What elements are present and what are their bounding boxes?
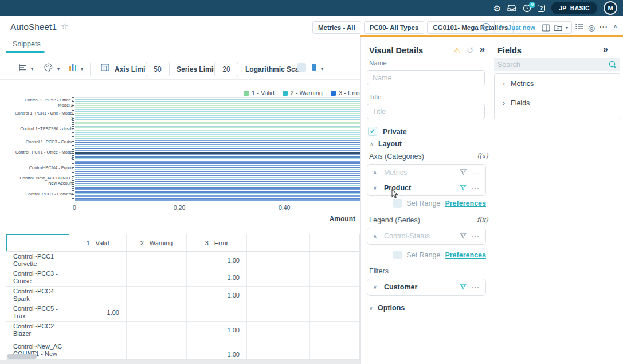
value-cell[interactable] — [310, 269, 359, 287]
funnel-icon[interactable] — [460, 169, 467, 175]
user-menu-button[interactable]: JP_BASIC — [551, 2, 597, 14]
search-icon[interactable] — [609, 61, 617, 69]
preferences-link-2[interactable]: Preferences — [445, 251, 486, 259]
row-label-cell[interactable]: Control~PCC4 - Spark — [6, 287, 69, 304]
collapse-fields-panel-icon[interactable]: » — [603, 45, 608, 54]
bar[interactable] — [75, 115, 360, 116]
bar[interactable] — [75, 136, 360, 137]
list-view-icon[interactable] — [575, 23, 583, 30]
horizontal-scrollbar-thumb[interactable] — [7, 354, 37, 359]
bar-chart-type-icon[interactable] — [18, 64, 28, 72]
bar[interactable] — [75, 154, 360, 155]
more-options-icon[interactable]: ··· — [472, 284, 480, 291]
chevron-right-icon[interactable]: › — [503, 99, 505, 107]
table-header-cell[interactable] — [310, 234, 359, 251]
bar[interactable] — [75, 130, 360, 131]
more-options-icon[interactable]: ··· — [472, 169, 480, 176]
bar[interactable] — [75, 181, 360, 182]
value-cell[interactable] — [247, 304, 310, 322]
bar[interactable] — [75, 187, 360, 189]
legend-item[interactable]: 1 - Valid — [244, 89, 275, 96]
value-cell[interactable] — [310, 287, 359, 304]
funnel-icon[interactable] — [460, 284, 467, 290]
funnel-icon[interactable] — [460, 233, 467, 239]
bar[interactable] — [75, 140, 360, 141]
legend-item[interactable]: 3 - Error — [331, 89, 360, 96]
fields-tree-item[interactable]: ›Fields — [495, 93, 620, 113]
bar[interactable] — [75, 183, 360, 184]
value-cell[interactable] — [247, 252, 310, 269]
bar[interactable] — [75, 193, 360, 194]
bar[interactable] — [75, 117, 360, 118]
value-cell[interactable]: 1.00 — [187, 287, 247, 304]
bar[interactable] — [75, 173, 360, 174]
value-cell[interactable] — [69, 269, 127, 287]
column-chart-icon[interactable] — [69, 63, 77, 71]
data-source-chevron-icon[interactable]: ▾ — [321, 66, 323, 72]
bar[interactable] — [75, 161, 360, 162]
value-cell[interactable] — [310, 252, 359, 269]
filter-chip[interactable]: PC00- All Types — [364, 21, 425, 34]
axis-limit-input[interactable] — [146, 62, 170, 76]
layout-pill-row[interactable]: ∧Control-Status··· — [367, 228, 485, 244]
value-cell[interactable]: 1.00 — [187, 339, 247, 361]
value-cell[interactable] — [127, 287, 187, 304]
bar[interactable] — [75, 167, 360, 168]
chevron-right-icon[interactable]: › — [503, 80, 505, 88]
value-cell[interactable] — [310, 304, 359, 322]
bar[interactable] — [75, 171, 360, 172]
row-label-cell[interactable]: Control~PCC1 - Corvette — [6, 252, 69, 269]
value-cell[interactable] — [127, 269, 187, 287]
value-cell[interactable] — [127, 304, 187, 322]
bar[interactable] — [75, 144, 360, 145]
value-cell[interactable] — [127, 339, 187, 361]
data-source-icon[interactable] — [311, 63, 317, 71]
bar[interactable] — [75, 138, 360, 139]
value-cell[interactable] — [127, 252, 187, 269]
filter-chip[interactable]: Metrics - All — [312, 21, 361, 34]
title-field[interactable] — [367, 104, 485, 119]
undo-icon[interactable]: ↺ — [467, 46, 474, 54]
bar[interactable] — [75, 127, 360, 128]
chevron-down-icon[interactable]: ∨ — [373, 185, 379, 191]
bar[interactable] — [75, 169, 360, 170]
bar[interactable] — [75, 119, 360, 120]
formula-icon[interactable]: f(x) — [477, 152, 488, 160]
grid-table-icon[interactable] — [101, 64, 109, 71]
palette-chevron-icon[interactable]: ▾ — [57, 66, 60, 72]
row-label-cell[interactable]: Control~PCC2 - Blazer — [6, 322, 69, 339]
row-label-cell[interactable]: Control~PCC5 - Trax — [6, 304, 69, 322]
value-cell[interactable] — [69, 252, 127, 269]
table-header-cell[interactable] — [6, 234, 69, 251]
table-header-cell[interactable]: 1 - Valid — [69, 234, 127, 251]
bar[interactable] — [75, 105, 360, 106]
bar[interactable] — [75, 152, 360, 153]
set-range-checkbox-2[interactable] — [393, 251, 402, 259]
bar[interactable] — [75, 158, 360, 159]
add-to-folder-icon[interactable] — [554, 24, 562, 32]
chart-type-chevron-icon[interactable]: ▾ — [31, 66, 33, 72]
formula-icon-2[interactable]: f(x) — [477, 216, 488, 224]
inbox-icon[interactable] — [507, 4, 516, 12]
value-cell[interactable] — [310, 322, 359, 339]
value-cell[interactable]: 1.00 — [187, 252, 247, 269]
bar[interactable] — [75, 126, 360, 127]
fields-tree-item[interactable]: ›Metrics — [495, 74, 620, 93]
value-cell[interactable] — [69, 287, 127, 304]
bar[interactable] — [75, 179, 360, 180]
value-cell[interactable] — [69, 339, 127, 361]
search-input[interactable] — [497, 61, 609, 69]
collapse-up-icon[interactable]: ∧ — [613, 23, 617, 29]
settings-icon[interactable]: ⚙ — [493, 4, 501, 13]
layout-pill-row[interactable]: ∨Product··· — [367, 180, 485, 195]
help-icon[interactable]: ? — [538, 5, 545, 12]
eye-icon[interactable]: ◎ — [588, 23, 595, 32]
chevron-up-icon[interactable]: ∧ — [373, 233, 379, 239]
chevron-up-icon[interactable]: ∧ — [373, 170, 379, 175]
value-cell[interactable] — [69, 322, 127, 339]
bar[interactable] — [75, 191, 360, 193]
favorite-star-icon[interactable]: ☆ — [61, 21, 68, 32]
bar[interactable] — [75, 195, 360, 197]
bar[interactable] — [75, 175, 360, 176]
bar[interactable] — [75, 123, 360, 124]
